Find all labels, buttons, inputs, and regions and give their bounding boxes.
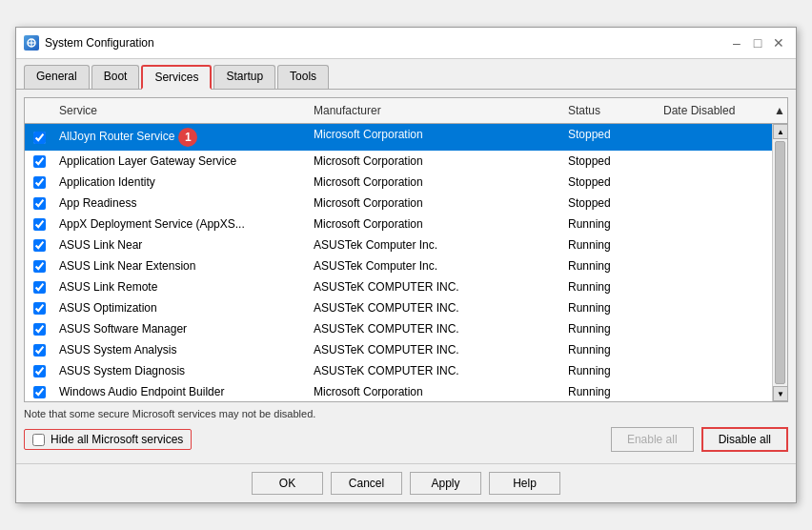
row-service-name: ASUS System Diagnosis [53,362,308,379]
row-status: Running [562,320,658,337]
table-row[interactable]: ASUS System AnalysisASUSTeK COMPUTER INC… [25,339,772,360]
table-body: AllJoyn Router Service1Microsoft Corpora… [25,124,772,401]
row-checkbox-cell [25,362,53,379]
maximize-button[interactable]: □ [748,33,767,52]
services-table: Service Manufacturer Status Date Disable… [24,97,788,402]
window-title: System Configuration [45,36,154,50]
row-checkbox-cell [25,299,53,316]
row-date-disabled [658,126,772,149]
row-checkbox[interactable] [33,281,46,294]
tab-bar: General Boot Services Startup Tools [16,59,796,89]
service-action-buttons: Enable all Disable all [611,427,788,452]
row-status: Stopped [562,194,658,212]
row-date-disabled [658,173,772,191]
row-checkbox-cell [25,153,53,170]
row-manufacturer: ASUSTeK COMPUTER INC. [308,299,562,316]
row-checkbox-cell [25,215,53,233]
header-status[interactable]: Status [562,102,658,119]
table-row[interactable]: ASUS Software ManagerASUSTeK COMPUTER IN… [25,318,772,339]
tab-boot[interactable]: Boot [91,65,140,89]
row-service-name: Application Identity [53,173,308,191]
row-service-name: AppX Deployment Service (AppXS... [53,215,308,233]
hide-ms-services-checkbox[interactable] [32,434,45,446]
title-bar: System Configuration – □ ✕ [16,28,796,59]
title-bar-left: System Configuration [24,35,154,51]
table-row[interactable]: ASUS Link NearASUSTek Computer Inc.Runni… [25,234,772,255]
row-checkbox[interactable] [33,386,46,398]
apply-button[interactable]: Apply [410,472,481,495]
enable-all-button[interactable]: Enable all [611,427,694,452]
table-row[interactable]: ASUS Link Near ExtensionASUSTek Computer… [25,255,772,276]
header-service[interactable]: Service [53,102,308,119]
cancel-button[interactable]: Cancel [331,472,402,495]
tab-services[interactable]: Services [141,65,212,90]
row-manufacturer: Microsoft Corporation [308,194,562,212]
row-checkbox[interactable] [33,155,46,168]
table-row[interactable]: AppX Deployment Service (AppXS...Microso… [25,214,772,234]
row-date-disabled [658,194,772,212]
note-text: Note that some secure Microsoft services… [24,408,788,419]
scroll-down-button[interactable]: ▼ [773,386,787,401]
scroll-thumb[interactable] [775,141,785,384]
row-checkbox[interactable] [33,365,46,377]
table-row[interactable]: ASUS OptimizationASUSTeK COMPUTER INC.Ru… [25,297,772,318]
row-date-disabled [658,257,772,275]
table-row[interactable]: AllJoyn Router Service1Microsoft Corpora… [25,124,772,151]
row-checkbox[interactable] [33,239,46,252]
row-manufacturer: ASUSTeK COMPUTER INC. [308,362,562,379]
row-checkbox[interactable] [33,260,46,273]
row-status: Running [562,215,658,233]
row-checkbox[interactable] [33,323,46,336]
hide-ms-services-text: Hide all Microsoft services [51,433,183,446]
close-button[interactable]: ✕ [769,33,788,52]
ok-button[interactable]: OK [252,472,323,495]
row-service-name: ASUS Link Near [53,236,308,254]
hide-ms-services-label[interactable]: Hide all Microsoft services [24,429,192,450]
row-manufacturer: Microsoft Corporation [308,383,562,400]
row-checkbox[interactable] [33,344,46,357]
system-configuration-window: System Configuration – □ ✕ General Boot … [15,27,797,503]
table-row[interactable]: Windows Audio Endpoint BuilderMicrosoft … [25,381,772,401]
row-checkbox[interactable] [33,176,46,189]
row-status: Stopped [562,173,658,191]
sort-icon: ▲ [772,102,787,119]
row-service-name: App Readiness [53,194,308,212]
title-controls: – □ ✕ [727,33,788,52]
table-row[interactable]: Application Layer Gateway ServiceMicroso… [25,151,772,172]
disable-all-button[interactable]: Disable all [701,427,788,452]
row-date-disabled [658,278,772,296]
scroll-up-button[interactable]: ▲ [773,124,787,139]
table-row[interactable]: Application IdentityMicrosoft Corporatio… [25,172,772,193]
header-checkbox [25,102,53,119]
table-row[interactable]: ASUS System DiagnosisASUSTeK COMPUTER IN… [25,360,772,381]
row-checkbox[interactable] [33,197,46,210]
row-checkbox[interactable] [33,302,46,315]
annotation-badge-1: 1 [178,128,197,147]
row-manufacturer: Microsoft Corporation [308,126,562,149]
row-status: Stopped [562,153,658,170]
row-checkbox-cell [25,383,53,400]
row-status: Running [562,257,658,275]
header-date-disabled[interactable]: Date Disabled [658,102,772,119]
row-checkbox-cell [25,320,53,337]
row-checkbox-cell [25,341,53,358]
help-button[interactable]: Help [489,472,560,495]
row-checkbox-cell [25,257,53,275]
table-row[interactable]: ASUS Link RemoteASUSTeK COMPUTER INC.Run… [25,276,772,297]
row-date-disabled [658,236,772,254]
row-checkbox[interactable] [33,132,46,144]
tab-tools[interactable]: Tools [277,65,329,89]
table-row[interactable]: App ReadinessMicrosoft CorporationStoppe… [25,193,772,214]
minimize-button[interactable]: – [727,33,746,52]
scrollbar[interactable]: ▲ ▼ [772,124,787,401]
tab-general[interactable]: General [24,65,90,89]
row-date-disabled [658,362,772,379]
table-header: Service Manufacturer Status Date Disable… [25,98,787,124]
row-status: Running [562,299,658,316]
row-checkbox-cell [25,194,53,212]
header-manufacturer[interactable]: Manufacturer [308,102,562,119]
tab-startup[interactable]: Startup [213,65,275,89]
row-checkbox[interactable] [33,218,46,231]
row-service-name: ASUS Optimization [53,299,308,316]
row-date-disabled [658,299,772,316]
